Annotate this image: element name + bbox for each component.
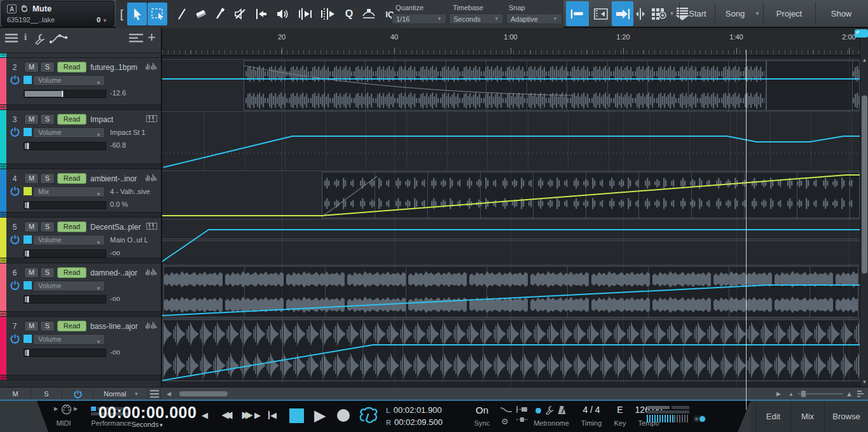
mute-button[interactable]: M: [24, 173, 39, 184]
slider-handle[interactable]: [27, 296, 29, 303]
metronome-active-dot[interactable]: [535, 408, 541, 414]
parameter-select[interactable]: Volume▼: [33, 75, 105, 86]
autoscroll-icon[interactable]: [612, 1, 633, 26]
track-name[interactable]: bass-line..ajor: [90, 322, 144, 331]
zoom-slider[interactable]: [797, 387, 843, 400]
track-name[interactable]: futureg..1bpm: [90, 63, 144, 72]
previous-marker-button[interactable]: ◀: [202, 410, 208, 420]
edit-view-button[interactable]: Edit: [755, 401, 790, 432]
parameter-select[interactable]: Volume▼: [33, 281, 105, 291]
stop-button[interactable]: [289, 408, 304, 423]
parameter-slider[interactable]: [24, 295, 106, 303]
automation-power-button[interactable]: [10, 281, 20, 291]
automation-value[interactable]: 0 ▼: [97, 16, 107, 24]
quantize-tool[interactable]: Q: [341, 3, 357, 25]
snap-flag-icon[interactable]: [566, 1, 589, 26]
automation-curve-icon[interactable]: [50, 33, 67, 46]
rewind-button[interactable]: ◀◀: [216, 409, 235, 421]
browse-view-button[interactable]: Browse: [824, 401, 868, 432]
parameter-color-swatch[interactable]: [24, 128, 32, 136]
bend-marker-icon[interactable]: [359, 3, 379, 25]
automation-sub-lane[interactable]: [0, 258, 161, 263]
automation-power-button[interactable]: [10, 334, 20, 345]
automation-sub-lane[interactable]: [0, 164, 161, 169]
slider-handle[interactable]: [27, 349, 29, 356]
playhead[interactable]: [746, 50, 747, 410]
parameter-color-swatch[interactable]: [24, 235, 32, 244]
automation-mode-button[interactable]: Read: [57, 62, 86, 73]
return-to-start-button[interactable]: ◀: [268, 410, 277, 420]
track-header-6[interactable]: 6MSReaddamned-..ajorVolume▼-oo: [0, 263, 161, 317]
parameter-slider[interactable]: [24, 90, 106, 98]
audio-clip[interactable]: [766, 60, 853, 111]
vertical-scroll-thumb[interactable]: [862, 95, 867, 274]
precount-icon[interactable]: [516, 406, 528, 413]
loop-end-row[interactable]: R00:02:09.500: [386, 417, 443, 427]
song-end-flag[interactable]: [855, 29, 868, 38]
scroll-left-icon[interactable]: ◀: [167, 387, 171, 400]
automation-mode-button[interactable]: Read: [57, 267, 86, 278]
horizontal-scroll-thumb[interactable]: [179, 391, 228, 396]
track-header-3[interactable]: 3MSReadImpactVolume▼Impact St 1-60.8: [0, 110, 161, 169]
play-from-icon[interactable]: ▶: [776, 387, 781, 400]
automation-sub-lane[interactable]: [0, 212, 161, 217]
track-name[interactable]: ambient-..inor: [90, 174, 144, 183]
parameter-color-swatch[interactable]: [24, 335, 32, 343]
parameter-slider[interactable]: [24, 201, 106, 209]
arrow-tool[interactable]: [127, 3, 147, 25]
automation-power-button[interactable]: [10, 235, 20, 246]
track-panel-icon[interactable]: [591, 1, 610, 26]
automation-sub-lane[interactable]: [0, 104, 161, 109]
scroll-down-icon[interactable]: ▼: [860, 379, 868, 385]
zoom-presets-icon[interactable]: [857, 387, 864, 400]
offset-icon[interactable]: [516, 416, 528, 423]
automation-parameter-display[interactable]: A Mute 635192__..lake 0 ▼: [1, 1, 114, 27]
inspector-icon[interactable]: i: [24, 32, 27, 43]
bend-tool[interactable]: [251, 3, 270, 25]
slider-handle[interactable]: [61, 90, 64, 97]
track-header-2[interactable]: 2MSReadfutureg..1bpmVolume▼-12.6: [0, 58, 161, 110]
mute-button[interactable]: M: [24, 114, 39, 125]
play-button[interactable]: ▶: [314, 407, 326, 424]
time-display[interactable]: 00:00:00.000: [90, 403, 205, 422]
solo-button[interactable]: S: [40, 321, 55, 331]
paint-tool[interactable]: [210, 3, 230, 25]
next-marker-button[interactable]: ▶: [254, 410, 261, 420]
automation-mode-button[interactable]: Read: [57, 321, 86, 331]
start-button[interactable]: Start: [682, 0, 713, 27]
automation-power-button[interactable]: [10, 186, 20, 197]
automation-power-button[interactable]: [10, 75, 20, 86]
record-button[interactable]: [337, 409, 350, 422]
track-header-4[interactable]: 4MSReadambient-..inorMix▼4 - Valh..sive0…: [0, 169, 161, 218]
mix-view-button[interactable]: Mix: [790, 401, 824, 432]
mute-button[interactable]: M: [24, 62, 39, 73]
tempo-curve-icon[interactable]: [500, 406, 513, 414]
timeline-ruler[interactable]: 20401:001:201:402:00: [162, 28, 860, 56]
automation-mode-button[interactable]: Read: [57, 173, 86, 184]
slider-handle[interactable]: [27, 202, 29, 209]
track-name[interactable]: Impact: [90, 115, 144, 124]
parameter-select[interactable]: Volume▼: [33, 334, 105, 345]
menu-icon[interactable]: [5, 33, 18, 45]
loop-button[interactable]: [357, 407, 379, 424]
track-header-7[interactable]: 7MSReadbass-line..ajorVolume▼-oo: [0, 317, 161, 380]
timestretch-icon[interactable]: [295, 3, 315, 25]
parameter-slider[interactable]: [24, 249, 106, 258]
scroll-up-icon[interactable]: ▲: [860, 57, 868, 63]
automation-sub-lane[interactable]: [0, 375, 161, 380]
automation-power-button[interactable]: [62, 387, 93, 400]
wrench-icon[interactable]: [34, 33, 46, 46]
slider-handle[interactable]: [27, 143, 29, 150]
track-header-5[interactable]: 5MSReadDecentSa..plerVolume▼Main O..ut L…: [0, 218, 161, 263]
timestretch-snap-icon[interactable]: [318, 3, 338, 25]
metronome-icon[interactable]: [557, 405, 567, 415]
solo-button[interactable]: S: [40, 173, 55, 184]
collapsed-track-lane[interactable]: [0, 53, 161, 58]
parameter-select[interactable]: Volume▼: [33, 127, 105, 138]
song-dropdown-icon[interactable]: ▼: [753, 0, 762, 27]
automation-mode-select[interactable]: Normal▼: [93, 387, 148, 400]
loop-end-value[interactable]: 00:02:09.500: [394, 417, 443, 427]
time-signature-value[interactable]: 4 / 4: [582, 405, 600, 415]
mute-button[interactable]: M: [24, 267, 39, 278]
add-track-button[interactable]: +: [148, 29, 156, 46]
